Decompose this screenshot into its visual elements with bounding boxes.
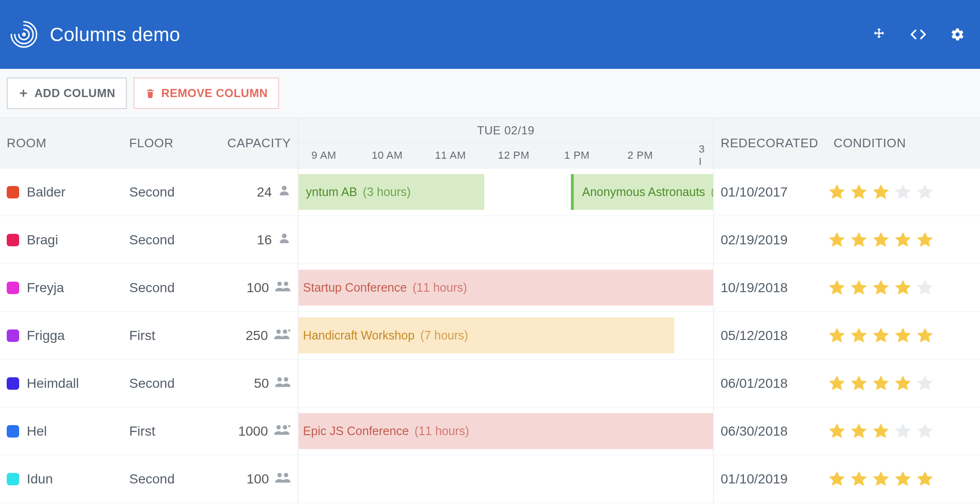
column-header-condition[interactable]: CONDITION bbox=[827, 118, 980, 168]
capacity-value: 1000 bbox=[238, 424, 268, 439]
cell-capacity[interactable]: 24 bbox=[223, 168, 298, 216]
header-left: Columns demo bbox=[10, 20, 180, 49]
svg-point-11 bbox=[277, 425, 281, 429]
scheduler-event[interactable]: Anonymous Astronauts(3 h bbox=[571, 174, 714, 210]
timeline-cell[interactable]: Epic JS Conference(11 hours) bbox=[298, 407, 714, 455]
cell-floor[interactable]: Second bbox=[122, 264, 223, 311]
cell-capacity[interactable]: 1000 bbox=[223, 407, 298, 455]
svg-point-5 bbox=[284, 282, 288, 286]
cell-condition[interactable] bbox=[827, 216, 980, 263]
star-icon bbox=[915, 421, 935, 441]
cell-floor[interactable]: Second bbox=[122, 168, 223, 216]
cell-room[interactable]: Hel bbox=[0, 407, 122, 455]
event-duration: (7 hours) bbox=[420, 329, 468, 342]
star-icon bbox=[915, 182, 935, 202]
cell-redecorated[interactable]: 10/19/2018 bbox=[714, 264, 827, 311]
cell-redecorated[interactable]: 06/30/2018 bbox=[714, 407, 827, 455]
grid-rows: BalderSecond24yntum AB(3 hours)Anonymous… bbox=[0, 168, 980, 504]
event-duration: (3 h bbox=[711, 185, 714, 199]
scheduler-event[interactable]: Epic JS Conference(11 hours) bbox=[298, 413, 714, 449]
star-icon bbox=[893, 230, 913, 250]
cell-condition[interactable] bbox=[827, 407, 980, 455]
column-header-redecorated[interactable]: REDECORATED bbox=[714, 118, 827, 168]
timeline-cell[interactable]: Handicraft Workshop(7 hours) bbox=[298, 312, 714, 359]
brand-logo-icon bbox=[10, 20, 38, 49]
scheduler-event[interactable]: Startup Conference(11 hours) bbox=[298, 270, 714, 306]
star-icon bbox=[849, 469, 869, 489]
cell-room[interactable]: Freyja bbox=[0, 264, 122, 311]
cell-room[interactable]: Heimdall bbox=[0, 360, 122, 407]
star-icon bbox=[893, 469, 913, 489]
timeline-tick: 9 AM bbox=[312, 149, 336, 162]
star-icon bbox=[915, 326, 935, 346]
column-header-capacity[interactable]: CAPACITY bbox=[223, 118, 298, 168]
svg-point-7 bbox=[283, 329, 287, 334]
cell-floor[interactable]: First bbox=[122, 312, 223, 359]
table-row: BalderSecond24yntum AB(3 hours)Anonymous… bbox=[0, 168, 980, 216]
star-icon bbox=[849, 278, 869, 298]
timeline-cell[interactable]: yntum AB(3 hours)Anonymous Astronauts(3 … bbox=[298, 168, 714, 216]
timeline-cell[interactable] bbox=[298, 455, 714, 503]
timeline-cell[interactable] bbox=[298, 216, 714, 263]
scheduler-event[interactable]: Handicraft Workshop(7 hours) bbox=[298, 318, 674, 353]
timeline-date-label: TUE 02/19 bbox=[299, 118, 713, 143]
star-icon bbox=[871, 469, 891, 489]
room-name: Hel bbox=[27, 424, 47, 439]
remove-column-button[interactable]: REMOVE COLUMN bbox=[134, 77, 279, 109]
capacity-value: 24 bbox=[257, 185, 272, 200]
scheduler-event[interactable]: yntum AB(3 hours) bbox=[298, 174, 484, 210]
code-icon[interactable] bbox=[910, 26, 926, 43]
cell-capacity[interactable]: 100 bbox=[223, 455, 298, 503]
timeline-tick: 11 AM bbox=[435, 149, 466, 162]
room-name: Idun bbox=[27, 471, 53, 487]
move-icon[interactable] bbox=[871, 26, 887, 43]
cell-floor[interactable]: First bbox=[122, 407, 223, 455]
room-name: Heimdall bbox=[27, 376, 79, 391]
room-name: Freyja bbox=[27, 280, 64, 296]
cell-room[interactable]: Idun bbox=[0, 455, 122, 503]
cell-floor[interactable]: Second bbox=[122, 360, 223, 407]
cell-capacity[interactable]: 250 bbox=[223, 312, 298, 359]
cell-room[interactable]: Balder bbox=[0, 168, 122, 216]
column-header-floor[interactable]: FLOOR bbox=[122, 118, 223, 168]
add-column-button[interactable]: ADD COLUMN bbox=[7, 77, 127, 109]
cell-capacity[interactable]: 16 bbox=[223, 216, 298, 263]
room-color-swatch bbox=[7, 473, 19, 485]
cell-condition[interactable] bbox=[827, 360, 980, 407]
cell-redecorated[interactable]: 01/10/2019 bbox=[714, 455, 827, 503]
cell-redecorated[interactable]: 06/01/2018 bbox=[714, 360, 827, 407]
table-row: FriggaFirst250Handicraft Workshop(7 hour… bbox=[0, 312, 980, 360]
cell-condition[interactable] bbox=[827, 168, 980, 216]
cell-condition[interactable] bbox=[827, 455, 980, 503]
timeline-cell[interactable]: Startup Conference(11 hours) bbox=[298, 264, 714, 311]
room-color-swatch bbox=[7, 377, 19, 390]
cell-floor[interactable]: Second bbox=[122, 216, 223, 263]
cell-condition[interactable] bbox=[827, 312, 980, 359]
cell-condition[interactable] bbox=[827, 264, 980, 311]
timeline-cell[interactable] bbox=[298, 360, 714, 407]
star-icon bbox=[849, 421, 869, 441]
cell-room[interactable]: Frigga bbox=[0, 312, 122, 359]
timeline-tick: 10 AM bbox=[372, 149, 403, 162]
table-row: IdunSecond10001/10/2019 bbox=[0, 455, 980, 503]
column-header-room[interactable]: ROOM bbox=[0, 118, 122, 168]
capacity-value: 100 bbox=[246, 280, 269, 296]
star-icon bbox=[849, 182, 869, 202]
cell-capacity[interactable]: 50 bbox=[223, 360, 298, 407]
people-icon bbox=[275, 375, 291, 391]
cell-capacity[interactable]: 100 bbox=[223, 264, 298, 311]
cell-room[interactable]: Bragi bbox=[0, 216, 122, 263]
cell-floor[interactable]: Second bbox=[122, 455, 223, 503]
star-icon bbox=[827, 469, 847, 489]
cell-redecorated[interactable]: 05/12/2018 bbox=[714, 312, 827, 359]
room-color-swatch bbox=[7, 329, 19, 342]
gear-icon[interactable] bbox=[949, 26, 966, 43]
room-color-swatch bbox=[7, 425, 19, 438]
room-color-swatch bbox=[7, 282, 19, 294]
plus-icon bbox=[18, 88, 29, 99]
cell-redecorated[interactable]: 02/19/2019 bbox=[714, 216, 827, 263]
cell-redecorated[interactable]: 01/10/2017 bbox=[714, 168, 827, 216]
event-duration: (11 hours) bbox=[412, 281, 467, 295]
room-name: Balder bbox=[27, 185, 66, 200]
star-icon bbox=[893, 373, 913, 394]
